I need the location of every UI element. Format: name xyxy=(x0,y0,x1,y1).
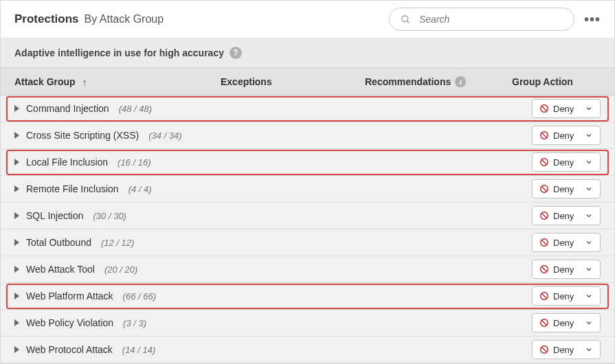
expand-triangle-icon[interactable] xyxy=(14,212,19,219)
deny-icon xyxy=(539,291,549,301)
chevron-down-icon xyxy=(585,292,593,300)
table-row: Total Outbound(12 / 12)Deny xyxy=(1,229,614,256)
table-row: Web Attack Tool(20 / 20)Deny xyxy=(1,256,614,283)
subheader: Adaptive intelligence in use for high ac… xyxy=(1,38,614,68)
expand-triangle-icon[interactable] xyxy=(14,239,19,246)
group-action-label: Deny xyxy=(539,345,574,355)
col-attack-group[interactable]: Attack Group ↑ xyxy=(14,76,221,87)
action-text: Deny xyxy=(553,130,574,141)
group-action-dropdown[interactable]: Deny xyxy=(532,152,601,172)
row-left: Cross Site Scripting (XSS)(34 / 34) xyxy=(14,130,532,141)
action-text: Deny xyxy=(553,345,574,355)
title: Protections By Attack Group xyxy=(14,12,164,26)
action-text: Deny xyxy=(553,238,574,248)
col-group-action-label: Group Action xyxy=(512,76,573,87)
expand-triangle-icon[interactable] xyxy=(14,185,19,192)
chevron-down-icon xyxy=(585,345,593,354)
row-left: Local File Inclusion(16 / 16) xyxy=(14,157,532,168)
attack-group-name: Web Policy Violation xyxy=(26,317,113,328)
attack-group-count: (14 / 14) xyxy=(122,345,155,355)
group-action-dropdown[interactable]: Deny xyxy=(532,313,601,332)
row-left: Remote File Inclusion(4 / 4) xyxy=(14,183,532,194)
group-action-dropdown[interactable]: Deny xyxy=(532,126,601,145)
info-icon[interactable]: i xyxy=(455,76,466,87)
search-box[interactable] xyxy=(389,8,574,31)
attack-group-row[interactable]: Remote File Inclusion(4 / 4)Deny xyxy=(1,176,614,203)
table-row: Local File Inclusion(16 / 16)Deny xyxy=(1,149,614,176)
attack-group-count: (20 / 20) xyxy=(104,264,137,275)
group-action-label: Deny xyxy=(539,157,574,168)
group-action-label: Deny xyxy=(539,291,574,302)
chevron-down-icon xyxy=(585,131,593,139)
attack-group-row[interactable]: Command Injection(48 / 48)Deny xyxy=(1,95,614,122)
table-row: Web Policy Violation(3 / 3)Deny xyxy=(1,310,614,337)
col-exceptions[interactable]: Exceptions xyxy=(221,76,365,87)
column-headers: Attack Group ↑ Exceptions Recommendation… xyxy=(1,68,614,95)
subheader-text: Adaptive intelligence in use for high ac… xyxy=(14,47,224,58)
group-action-dropdown[interactable]: Deny xyxy=(532,286,601,306)
group-action-dropdown[interactable]: Deny xyxy=(532,206,601,225)
deny-icon xyxy=(539,184,549,194)
attack-group-name: Command Injection xyxy=(26,103,109,114)
attack-group-name: Local File Inclusion xyxy=(26,157,108,168)
deny-icon xyxy=(539,318,549,328)
group-action-dropdown[interactable]: Deny xyxy=(532,340,601,359)
svg-line-21 xyxy=(542,348,547,352)
attack-group-name: Total Outbound xyxy=(26,237,91,248)
row-left: Web Platform Attack(66 / 66) xyxy=(14,291,532,302)
search-input[interactable] xyxy=(418,13,563,25)
action-text: Deny xyxy=(553,291,574,302)
group-action-dropdown[interactable]: Deny xyxy=(532,179,601,198)
group-action-label: Deny xyxy=(539,104,574,114)
group-action-label: Deny xyxy=(539,211,574,221)
col-exceptions-label: Exceptions xyxy=(221,76,272,87)
col-recommendations[interactable]: Recommendations i xyxy=(365,76,509,87)
col-attack-group-label: Attack Group xyxy=(14,76,76,87)
attack-group-row[interactable]: Web Attack Tool(20 / 20)Deny xyxy=(1,256,614,283)
header-right: ••• xyxy=(389,8,601,31)
expand-triangle-icon[interactable] xyxy=(14,159,19,166)
row-left: Command Injection(48 / 48) xyxy=(14,103,532,114)
expand-triangle-icon[interactable] xyxy=(14,132,19,139)
attack-group-count: (34 / 34) xyxy=(148,130,181,141)
attack-group-name: Web Platform Attack xyxy=(26,291,113,302)
expand-triangle-icon[interactable] xyxy=(14,293,19,299)
deny-icon xyxy=(539,238,549,247)
expand-triangle-icon[interactable] xyxy=(14,319,19,326)
help-icon[interactable]: ? xyxy=(230,47,242,59)
group-action-label: Deny xyxy=(539,130,574,141)
expand-triangle-icon[interactable] xyxy=(14,266,19,273)
group-action-label: Deny xyxy=(539,264,574,275)
table-row: Web Platform Attack(66 / 66)Deny xyxy=(1,283,614,310)
attack-group-row[interactable]: Web Platform Attack(66 / 66)Deny xyxy=(1,283,614,310)
attack-group-row[interactable]: Web Protocol Attack(14 / 14)Deny xyxy=(1,337,614,363)
group-action-dropdown[interactable]: Deny xyxy=(532,99,601,118)
table-row: Web Protocol Attack(14 / 14)Deny xyxy=(1,337,614,363)
expand-triangle-icon[interactable] xyxy=(14,346,19,353)
svg-line-11 xyxy=(542,214,547,218)
chevron-down-icon xyxy=(585,238,593,247)
sort-ascending-icon: ↑ xyxy=(82,77,87,87)
attack-group-name: Remote File Inclusion xyxy=(26,183,119,194)
attack-group-row[interactable]: Local File Inclusion(16 / 16)Deny xyxy=(1,149,614,176)
deny-icon xyxy=(539,104,549,113)
svg-line-9 xyxy=(542,187,547,192)
deny-icon xyxy=(539,130,549,140)
action-text: Deny xyxy=(553,318,574,328)
expand-triangle-icon[interactable] xyxy=(14,105,19,112)
group-action-dropdown[interactable]: Deny xyxy=(532,233,601,252)
svg-line-3 xyxy=(542,106,547,111)
more-menu-button[interactable]: ••• xyxy=(584,12,601,27)
page-title: Protections xyxy=(14,12,79,26)
attack-group-row[interactable]: SQL Injection(30 / 30)Deny xyxy=(1,203,614,229)
table-row: SQL Injection(30 / 30)Deny xyxy=(1,203,614,229)
svg-line-1 xyxy=(407,21,409,23)
attack-group-row[interactable]: Cross Site Scripting (XSS)(34 / 34)Deny xyxy=(1,122,614,149)
attack-group-list: Command Injection(48 / 48)DenyCross Site… xyxy=(1,95,614,363)
svg-line-17 xyxy=(542,294,547,299)
attack-group-row[interactable]: Web Policy Violation(3 / 3)Deny xyxy=(1,310,614,337)
attack-group-row[interactable]: Total Outbound(12 / 12)Deny xyxy=(1,229,614,256)
group-action-dropdown[interactable]: Deny xyxy=(532,260,601,279)
svg-line-13 xyxy=(542,240,547,245)
deny-icon xyxy=(539,211,549,220)
